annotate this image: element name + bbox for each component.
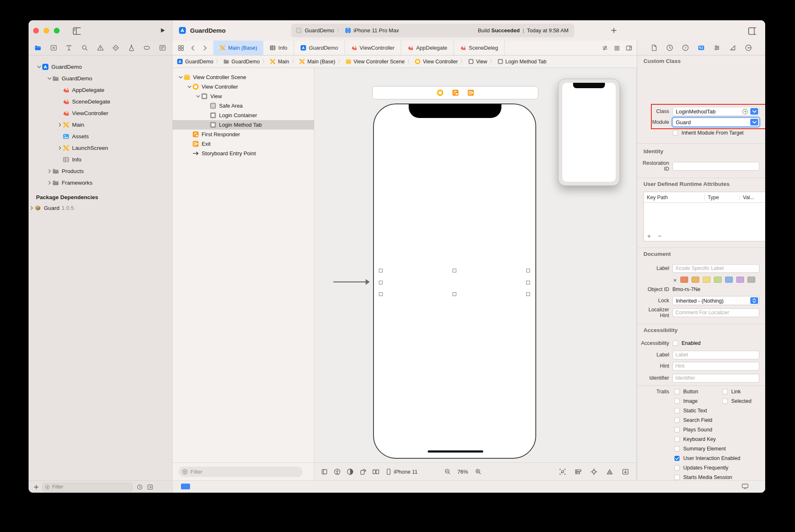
localizer-hint-field[interactable] — [672, 308, 759, 317]
exit-icon[interactable] — [467, 89, 475, 96]
inherit-module-row[interactable]: Inherit Module From Target — [672, 129, 744, 137]
selection-handle[interactable] — [379, 281, 383, 284]
storyboard-indicator[interactable] — [181, 484, 190, 489]
editor-tab-guarddemo[interactable]: GuardDemo — [294, 41, 345, 55]
attributes-inspector-icon[interactable] — [713, 44, 720, 51]
chevron-down-icon[interactable] — [178, 75, 183, 80]
navigator-item-scenedelegate[interactable]: SceneDelegate — [29, 96, 172, 107]
editor-tab-info[interactable]: Info — [263, 41, 294, 55]
navigator-item-frameworks[interactable]: Frameworks — [29, 177, 172, 188]
bookmark-icon[interactable] — [65, 44, 72, 51]
run-button[interactable] — [159, 27, 166, 34]
chevron-right-icon[interactable] — [46, 180, 52, 185]
trait-updates-frequently[interactable]: Updates Frequently — [674, 464, 728, 472]
chevron-right-icon[interactable] — [46, 169, 52, 174]
zoom-level[interactable]: 76% — [458, 469, 468, 475]
identity-inspector-icon[interactable] — [698, 44, 705, 51]
grid-icon[interactable] — [178, 45, 184, 51]
navigator-item-assets[interactable]: Assets — [29, 130, 172, 142]
module-field[interactable]: Guard — [672, 118, 759, 127]
navigator-item-guarddemo[interactable]: GuardDemo — [29, 61, 172, 72]
add-editor-icon[interactable] — [626, 45, 632, 51]
checkbox-icon[interactable] — [674, 465, 680, 471]
folder-icon[interactable] — [34, 44, 41, 51]
restoration-id-field[interactable] — [672, 162, 759, 171]
checkbox-icon[interactable] — [674, 398, 680, 404]
source-control-status-icon[interactable] — [147, 484, 153, 490]
outline-item-view-controller-scene[interactable]: View Controller Scene — [173, 72, 314, 82]
chevron-right-icon[interactable] — [57, 145, 63, 151]
display-icon[interactable] — [742, 483, 749, 490]
canvas-minimap[interactable] — [558, 79, 620, 186]
trait-static-text[interactable]: Static Text — [674, 407, 707, 414]
breadcrumb-item[interactable]: GuardDemo — [177, 58, 213, 65]
connections-inspector-icon[interactable] — [745, 44, 752, 51]
trait-user-interaction-enabled[interactable]: User Interaction Enabled — [674, 455, 740, 462]
breadcrumb-item[interactable]: Main — [270, 58, 289, 65]
checkbox-icon[interactable] — [674, 474, 680, 481]
chevron-right-icon[interactable] — [57, 122, 63, 128]
navigator-item-products[interactable]: Products — [29, 165, 172, 177]
color-swatch[interactable] — [691, 277, 699, 283]
swap-icon[interactable] — [602, 45, 608, 51]
jump-to-class-icon[interactable] — [742, 108, 748, 115]
trait-button[interactable]: Button — [674, 388, 698, 395]
trait-summary-element[interactable]: Summary Element — [674, 445, 726, 453]
checkbox-icon[interactable] — [674, 427, 680, 433]
accessibility-hint-field[interactable] — [672, 362, 759, 371]
outline-item-first-responder[interactable]: First Responder — [173, 130, 314, 139]
editor-tab-main-base-[interactable]: Main (Base) — [213, 41, 263, 55]
minimize-window-button[interactable] — [43, 28, 49, 34]
selection-handle[interactable] — [379, 269, 383, 272]
selection-handle[interactable] — [379, 292, 383, 296]
activity-view[interactable]: GuardDemo 〉 iPhone 11 Pro Max Build Succ… — [291, 24, 574, 37]
runtime-attributes-table[interactable]: Key Path Type Val... + − — [643, 192, 765, 241]
color-swatch[interactable] — [747, 277, 755, 283]
zoom-window-button[interactable] — [54, 28, 60, 34]
scheme-name[interactable]: GuardDemo — [305, 27, 334, 34]
tag-icon[interactable] — [143, 44, 150, 51]
responder-icon[interactable] — [452, 89, 459, 96]
file-inspector-icon[interactable] — [650, 44, 658, 51]
selection-handle[interactable] — [526, 269, 530, 272]
list-icon[interactable] — [159, 44, 166, 51]
chevron-down-icon[interactable] — [195, 94, 201, 99]
trait-search-field[interactable]: Search Field — [674, 416, 712, 424]
trait-link[interactable]: Link — [722, 388, 741, 395]
checkbox-icon[interactable] — [674, 446, 680, 452]
accessibility-label-field[interactable] — [672, 351, 759, 359]
storyboard-canvas[interactable] — [314, 68, 637, 463]
color-swatch[interactable] — [725, 277, 733, 283]
color-swatch[interactable] — [736, 277, 744, 283]
document-label-field[interactable] — [672, 264, 759, 273]
trait-keyboard-key[interactable]: Keyboard Key — [674, 436, 716, 443]
navigator-item-guarddemo[interactable]: GuardDemo — [29, 72, 172, 84]
scene-toolbar[interactable] — [372, 86, 538, 99]
contrast-icon[interactable] — [347, 468, 354, 475]
trait-image[interactable]: Image — [674, 397, 698, 405]
trait-plays-sound[interactable]: Plays Sound — [674, 426, 712, 433]
checkbox-icon[interactable] — [722, 389, 728, 395]
breadcrumb-item[interactable]: View Controller Scene — [345, 58, 405, 65]
breadcrumb-item[interactable]: Main (Base) — [299, 58, 335, 65]
outline-filter-field[interactable]: Filter — [178, 467, 303, 477]
close-window-button[interactable] — [33, 28, 39, 34]
checkbox-icon[interactable] — [674, 389, 680, 395]
editor-tab-viewcontroller[interactable]: ViewController — [345, 41, 401, 55]
search-icon[interactable] — [81, 44, 88, 51]
selection-handle[interactable] — [453, 292, 456, 296]
package-item-guard[interactable]: Guard1.0.5 — [29, 202, 172, 214]
lock-popup[interactable]: Inherited - (Nothing) — [672, 296, 759, 305]
device-name-button[interactable]: iPhone 11 — [394, 469, 418, 475]
resolve-icon[interactable] — [606, 468, 613, 475]
outline-item-view-controller[interactable]: View Controller — [173, 82, 314, 91]
selection-handle[interactable] — [526, 281, 530, 284]
outline-item-storyboard-entry-point[interactable]: Storyboard Entry Point — [173, 149, 314, 158]
x-square-icon[interactable] — [50, 44, 57, 51]
toggle-inspector-icon[interactable] — [748, 26, 756, 35]
checkbox-icon[interactable] — [674, 417, 680, 424]
accessibility-icon[interactable] — [334, 468, 341, 475]
chevron-down-icon[interactable] — [36, 64, 42, 70]
class-field[interactable]: LoginMethodTab — [672, 107, 759, 116]
diamond-icon[interactable] — [112, 44, 119, 51]
